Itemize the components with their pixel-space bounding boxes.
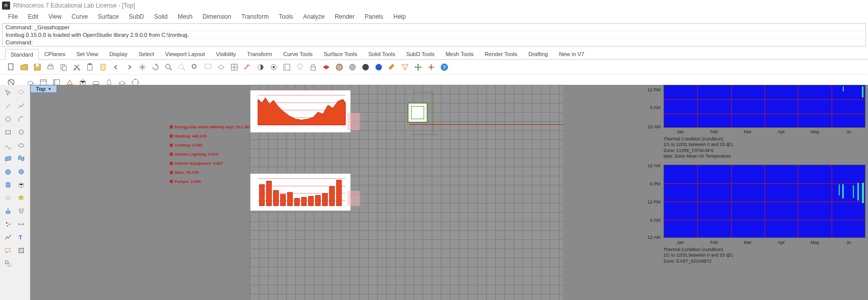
tab-meshtools[interactable]: Mesh Tools (440, 48, 479, 59)
svg-point-13 (179, 64, 183, 69)
tab-solidtools[interactable]: Solid Tools (363, 48, 400, 59)
tab-subdtools[interactable]: SubD Tools (400, 48, 440, 59)
circle-icon[interactable] (2, 113, 14, 125)
surface-icon[interactable] (2, 153, 14, 165)
render-icon[interactable] (268, 61, 280, 73)
mesh-icon[interactable] (15, 179, 27, 191)
tab-setview[interactable]: Set View (71, 48, 104, 59)
menu-transform[interactable]: Transform (237, 12, 273, 21)
rotate-icon[interactable] (149, 61, 162, 73)
gumball-icon[interactable] (425, 61, 437, 73)
named-view-icon[interactable] (215, 61, 227, 73)
tab-display[interactable]: Display (104, 48, 133, 59)
new-icon[interactable] (5, 61, 17, 73)
tab-surfacetools[interactable]: Surface Tools (318, 48, 363, 59)
lock-icon[interactable] (307, 61, 319, 73)
shade-icon[interactable] (254, 61, 267, 73)
annotation-icon[interactable] (2, 244, 14, 257)
tab-drafting[interactable]: Drafting (523, 48, 554, 59)
redo-icon[interactable] (123, 61, 135, 73)
menu-panels[interactable]: Panels (361, 12, 387, 21)
analyze-icon[interactable] (2, 231, 14, 243)
chevron-down-icon[interactable]: ▼ (47, 87, 52, 91)
options-icon[interactable] (281, 61, 293, 73)
explode-icon[interactable] (15, 192, 27, 204)
viewport-top[interactable]: Top ▼ ✖Energy Use Index kWh/sq m/yr: 511… (30, 85, 868, 300)
solid-box-icon[interactable] (2, 166, 14, 178)
gear-icon[interactable] (2, 192, 14, 204)
tab-transform[interactable]: Transform (241, 48, 278, 59)
solid-sphere-icon[interactable] (15, 166, 27, 178)
dimension-icon[interactable] (15, 218, 27, 230)
surface2-icon[interactable] (15, 153, 27, 165)
x-tick: Jan (663, 129, 697, 134)
copy-icon[interactable] (58, 61, 70, 73)
loft-icon[interactable] (15, 205, 27, 217)
undo-icon[interactable] (110, 61, 122, 73)
tab-viewportlayout[interactable]: Viewport Layout (160, 48, 211, 59)
hatch-icon[interactable] (15, 244, 27, 257)
transform-icon[interactable] (2, 258, 14, 270)
tab-standard[interactable]: Standard (5, 49, 39, 60)
move-icon[interactable] (412, 61, 424, 73)
layer-rainbow-icon[interactable] (333, 61, 345, 73)
tab-select[interactable]: Select (133, 48, 160, 59)
line-icon[interactable] (2, 100, 14, 112)
zoom-extents-icon[interactable] (176, 61, 188, 73)
pan-icon[interactable] (136, 61, 148, 73)
cylinder-icon[interactable] (2, 179, 14, 191)
menu-help[interactable]: Help (389, 12, 410, 21)
tab-newinv7[interactable]: New in V7 (553, 48, 590, 59)
save-icon[interactable] (31, 61, 43, 73)
menu-analyze[interactable]: Analyze (299, 12, 329, 21)
menu-file[interactable]: File (4, 12, 22, 21)
tab-visibility[interactable]: Visibility (211, 48, 242, 59)
menu-edit[interactable]: Edit (24, 12, 42, 21)
polyline-icon[interactable] (15, 100, 27, 112)
lasso-icon[interactable] (15, 87, 27, 99)
curve-icon[interactable] (2, 139, 14, 152)
zoom-icon[interactable] (163, 61, 175, 73)
ellipse-icon[interactable] (15, 139, 27, 152)
zoom-selected-icon[interactable] (189, 61, 201, 73)
command-input[interactable]: Command: (3, 39, 865, 46)
sphere-blue-icon[interactable] (373, 61, 385, 73)
polygon-icon[interactable] (15, 126, 27, 138)
tab-curvetools[interactable]: Curve Tools (278, 48, 318, 59)
help-icon[interactable]: ? (438, 61, 450, 73)
selection-filter-icon[interactable] (399, 61, 411, 73)
open-icon[interactable] (18, 61, 30, 73)
cut-icon[interactable] (71, 61, 83, 73)
tab-cplanes[interactable]: CPlanes (39, 48, 71, 59)
hammer-icon[interactable] (386, 61, 398, 73)
print-icon[interactable] (44, 61, 57, 73)
clipboard-icon[interactable] (97, 61, 109, 73)
menu-subd[interactable]: SubD (125, 12, 148, 21)
rectangle-icon[interactable] (2, 126, 14, 138)
extrude-icon[interactable] (2, 205, 14, 217)
cplane-icon[interactable] (228, 61, 240, 73)
light-icon[interactable] (294, 61, 306, 73)
menu-dimension[interactable]: Dimension (198, 12, 235, 21)
zoom-window-icon[interactable] (202, 61, 214, 73)
menu-render[interactable]: Render (331, 12, 359, 21)
text-icon[interactable]: T (15, 231, 27, 243)
sphere-dark-icon[interactable] (360, 61, 372, 73)
menu-curve[interactable]: Curve (68, 12, 92, 21)
svg-rect-68 (260, 184, 265, 206)
point-icon[interactable] (2, 218, 14, 230)
set-view-icon[interactable] (241, 61, 253, 73)
menu-solid[interactable]: Solid (150, 12, 172, 21)
tab-rendertools[interactable]: Render Tools (479, 48, 523, 59)
layer-red-icon[interactable] (320, 61, 332, 73)
menu-tools[interactable]: Tools (275, 12, 297, 21)
menu-view[interactable]: View (44, 12, 66, 21)
svg-rect-69 (267, 181, 272, 206)
viewport-title-tab[interactable]: Top ▼ (30, 85, 57, 93)
pointer-icon[interactable] (2, 87, 14, 99)
sphere-grey-icon[interactable] (346, 61, 359, 73)
arc-icon[interactable] (15, 113, 27, 125)
menu-mesh[interactable]: Mesh (174, 12, 196, 21)
paste-icon[interactable] (84, 61, 96, 73)
menu-surface[interactable]: Surface (94, 12, 123, 21)
